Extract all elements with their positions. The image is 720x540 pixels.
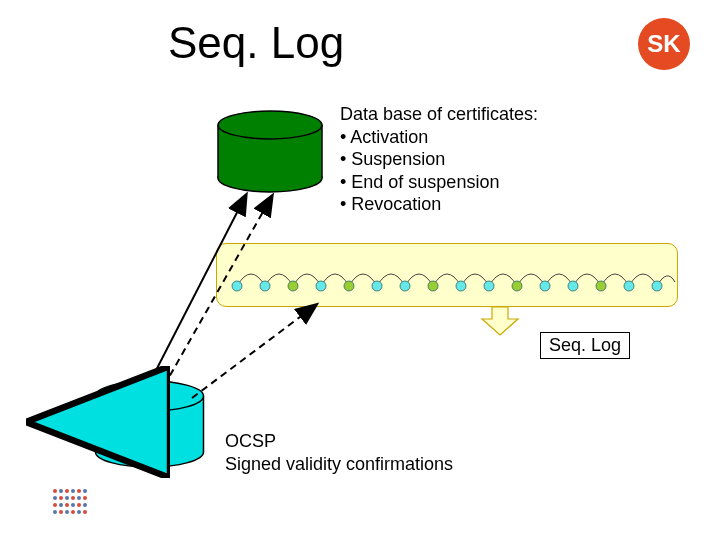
svg-point-17 xyxy=(512,281,522,291)
svg-point-12 xyxy=(372,281,382,291)
svg-point-43 xyxy=(83,496,87,500)
svg-point-41 xyxy=(71,496,75,500)
svg-point-44 xyxy=(53,503,57,507)
svg-point-39 xyxy=(59,496,63,500)
svg-point-16 xyxy=(484,281,494,291)
svg-point-32 xyxy=(53,489,57,493)
svg-point-22 xyxy=(652,281,662,291)
database-description: Data base of certificates: • Activation … xyxy=(340,103,538,216)
sk-logo-badge: SK xyxy=(638,18,690,70)
svg-point-7 xyxy=(232,281,242,291)
svg-point-53 xyxy=(71,510,75,514)
svg-point-55 xyxy=(83,510,87,514)
svg-point-52 xyxy=(65,510,69,514)
svg-point-14 xyxy=(428,281,438,291)
seqlog-label: Seq. Log xyxy=(540,332,630,359)
svg-point-13 xyxy=(400,281,410,291)
svg-point-18 xyxy=(540,281,550,291)
svg-point-35 xyxy=(71,489,75,493)
svg-point-49 xyxy=(83,503,87,507)
svg-point-9 xyxy=(288,281,298,291)
svg-point-20 xyxy=(596,281,606,291)
svg-point-38 xyxy=(53,496,57,500)
svg-point-33 xyxy=(59,489,63,493)
hash-chain-box xyxy=(216,243,678,307)
svg-point-6 xyxy=(218,111,322,139)
svg-point-42 xyxy=(77,496,81,500)
svg-line-30 xyxy=(192,305,316,398)
svg-point-45 xyxy=(59,503,63,507)
page-title: Seq. Log xyxy=(168,18,344,68)
svg-point-36 xyxy=(77,489,81,493)
svg-point-50 xyxy=(53,510,57,514)
svg-point-40 xyxy=(65,496,69,500)
corner-logo-icon xyxy=(52,488,88,520)
down-block-arrow-icon xyxy=(478,305,522,339)
svg-point-11 xyxy=(344,281,354,291)
svg-point-34 xyxy=(65,489,69,493)
svg-text:SK: SK xyxy=(647,30,681,57)
svg-point-51 xyxy=(59,510,63,514)
svg-point-47 xyxy=(71,503,75,507)
svg-point-10 xyxy=(316,281,326,291)
svg-point-48 xyxy=(77,503,81,507)
svg-point-21 xyxy=(624,281,634,291)
svg-point-19 xyxy=(568,281,578,291)
database-bottom-icon xyxy=(92,380,207,460)
svg-point-27 xyxy=(96,381,204,411)
svg-point-8 xyxy=(260,281,270,291)
ocsp-description: OCSP Signed validity confirmations xyxy=(225,430,453,475)
svg-point-46 xyxy=(65,503,69,507)
hash-chain-graphic xyxy=(217,244,677,306)
svg-point-15 xyxy=(456,281,466,291)
svg-point-54 xyxy=(77,510,81,514)
database-top-icon xyxy=(215,110,325,185)
svg-point-37 xyxy=(83,489,87,493)
